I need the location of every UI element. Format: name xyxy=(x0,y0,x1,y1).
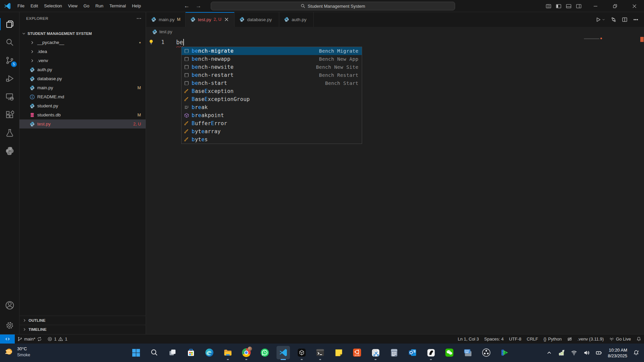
file-row[interactable]: students.db M xyxy=(19,110,146,119)
git-branch-status[interactable]: main* xyxy=(15,334,45,344)
suggestion-item[interactable]: BaseException xyxy=(182,87,362,95)
accounts-icon[interactable] xyxy=(0,297,19,313)
compare-changes-icon[interactable] xyxy=(611,17,616,22)
menu-item[interactable]: Go xyxy=(81,2,92,10)
suggestion-item[interactable]: breakpoint xyxy=(182,111,362,119)
suggestion-item[interactable]: BaseExceptionGroup xyxy=(182,95,362,103)
file-row[interactable]: student.py xyxy=(19,101,146,110)
more-actions-icon[interactable] xyxy=(633,17,639,22)
menu-item[interactable]: Edit xyxy=(28,2,41,10)
forward-arrow-icon[interactable]: → xyxy=(196,3,201,9)
source-control-icon[interactable]: 5 xyxy=(0,52,19,68)
file-row[interactable]: auth.py xyxy=(19,65,146,74)
timeline-section[interactable]: TIMELINE xyxy=(19,325,146,334)
dark-figure-app-icon[interactable] xyxy=(424,346,438,359)
testing-icon[interactable] xyxy=(0,125,19,141)
menu-item[interactable]: Run xyxy=(92,2,106,10)
suggestion-item[interactable]: bytes xyxy=(182,136,362,144)
microsoft-store-icon[interactable] xyxy=(184,346,198,359)
cursor-position[interactable]: Ln 1, Col 3 xyxy=(455,334,482,344)
extensions-icon[interactable] xyxy=(0,107,19,123)
editor-tab[interactable]: database.py xyxy=(235,12,279,27)
copilot-disabled-icon[interactable] xyxy=(564,334,575,344)
editor-tab[interactable]: auth.py xyxy=(279,12,314,27)
problems-status[interactable]: 1 1 xyxy=(45,334,70,344)
snipping-tool-icon[interactable] xyxy=(369,346,382,359)
toggle-sidebar-icon[interactable] xyxy=(556,3,561,9)
file-row[interactable]: database.py xyxy=(19,74,146,83)
back-arrow-icon[interactable]: ← xyxy=(184,3,190,9)
command-center-search[interactable]: Student Management System xyxy=(211,2,455,10)
network-activity-icon[interactable] xyxy=(555,350,568,356)
go-live-button[interactable]: Go Live xyxy=(606,334,634,344)
menu-item[interactable]: File xyxy=(14,2,28,10)
menu-item[interactable]: Terminal xyxy=(106,2,129,10)
notifications-dnd-icon[interactable]: z xyxy=(630,350,644,356)
file-row[interactable]: test.py 2, U xyxy=(19,119,146,128)
cube-app-icon[interactable] xyxy=(295,346,308,359)
more-actions-icon[interactable] xyxy=(136,16,142,21)
ubuntu-icon[interactable]: 22.04 xyxy=(350,346,364,359)
outline-section[interactable]: OUTLINE xyxy=(19,316,146,325)
video-downloader-icon[interactable] xyxy=(498,346,511,359)
editor-tab[interactable]: test.py 2, U xyxy=(186,12,235,27)
restore-button[interactable] xyxy=(605,0,625,12)
edge-icon[interactable] xyxy=(203,346,216,359)
wifi-icon[interactable] xyxy=(568,350,580,356)
terminal-icon[interactable] xyxy=(313,346,327,359)
eol-sequence[interactable]: CRLF xyxy=(524,334,541,344)
weather-widget[interactable]: 30°C Smoke xyxy=(4,346,30,358)
suggestion-item[interactable]: bench-restart Bench Restart xyxy=(182,71,362,79)
editor-tab[interactable]: main.py M xyxy=(146,12,186,27)
search-sidebar-icon[interactable] xyxy=(0,34,19,50)
suggestion-item[interactable]: BufferError xyxy=(182,119,362,127)
remote-indicator[interactable] xyxy=(0,334,15,344)
close-window-button[interactable] xyxy=(625,0,644,12)
tray-clock[interactable]: 10:20 AM 8/23/2025 xyxy=(605,347,630,359)
battery-charging-icon[interactable] xyxy=(593,350,605,356)
indentation[interactable]: Spaces: 4 xyxy=(482,334,506,344)
outlook-icon[interactable] xyxy=(406,346,419,359)
file-explorer-icon[interactable] xyxy=(221,346,235,359)
split-editor-icon[interactable] xyxy=(622,17,628,22)
menu-item[interactable]: Help xyxy=(129,2,144,10)
project-section-header[interactable]: STUDENT MANAGEMENT SYSTEM xyxy=(19,29,146,38)
whatsapp-icon[interactable] xyxy=(258,346,271,359)
file-row[interactable]: main.py M xyxy=(19,83,146,92)
encoding[interactable]: UTF-8 xyxy=(506,334,524,344)
vscode-taskbar-icon[interactable] xyxy=(277,346,290,359)
obs-studio-icon[interactable] xyxy=(480,346,493,359)
minimize-button[interactable] xyxy=(586,0,605,12)
suggestion-item[interactable]: bench-start Bench Start xyxy=(182,79,362,87)
chrome-icon[interactable] xyxy=(240,346,253,359)
python-interpreter[interactable]: .venv (3.11.9) xyxy=(575,334,607,344)
suggestion-item[interactable]: bench-newsite Bench New Site xyxy=(182,63,362,71)
breadcrumb[interactable]: test.py xyxy=(146,27,644,36)
suggestion-item[interactable]: break xyxy=(182,103,362,111)
start-button[interactable] xyxy=(129,346,143,359)
volume-icon[interactable] xyxy=(580,350,593,356)
calculator-icon[interactable] xyxy=(387,346,401,359)
task-view-icon[interactable] xyxy=(166,346,179,359)
explorer-icon[interactable] xyxy=(0,16,19,32)
python-extension-icon[interactable] xyxy=(0,143,19,159)
close-tab-icon[interactable] xyxy=(224,16,230,22)
run-and-debug-icon[interactable] xyxy=(0,70,19,87)
suggestion-item[interactable]: bytearray xyxy=(182,127,362,136)
file-row[interactable]: .venv xyxy=(19,56,146,65)
run-python-file-button[interactable] xyxy=(595,17,605,22)
file-row[interactable]: __pycache__ ● xyxy=(19,38,146,47)
file-row[interactable]: .idea xyxy=(19,47,146,56)
menu-item[interactable]: View xyxy=(65,2,81,10)
toggle-secondary-sidebar-icon[interactable] xyxy=(576,3,582,9)
sticky-notes-icon[interactable] xyxy=(332,346,345,359)
touch-keyboard-icon[interactable] xyxy=(461,346,475,359)
wechat-icon[interactable] xyxy=(443,346,456,359)
taskbar-search-icon[interactable] xyxy=(148,346,161,359)
suggestion-item[interactable]: bench-newapp Bench New App xyxy=(182,55,362,63)
toggle-panel-icon[interactable] xyxy=(566,3,572,9)
menu-item[interactable]: Selection xyxy=(41,2,65,10)
file-row[interactable]: README.md xyxy=(19,92,146,101)
editor-line-1[interactable]: 1 be xyxy=(146,38,644,47)
language-mode[interactable]: {} Python xyxy=(541,334,564,344)
